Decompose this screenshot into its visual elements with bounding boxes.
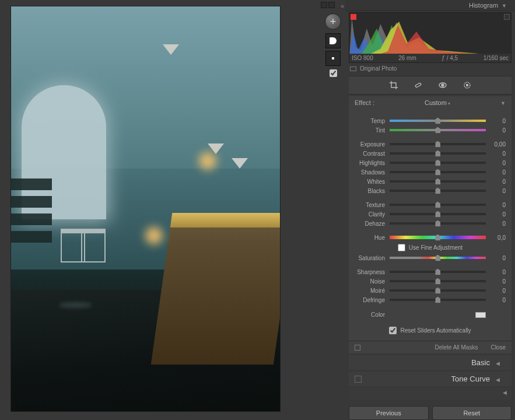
dehaze-value[interactable]: 0 [486,220,506,227]
exposure-slider[interactable] [390,143,486,145]
sliders-panel: Temp0 Tint0 Exposure0,00 Contrast0 Highl… [349,109,512,341]
mask-tool-tabs [349,76,512,94]
canvas-area [0,0,321,420]
moire-slider[interactable] [390,289,486,292]
collapse-toolstrip-button[interactable]: « [341,2,343,9]
basic-section-header[interactable]: Basic [349,355,512,370]
clarity-value[interactable]: 0 [486,211,506,218]
temp-value[interactable]: 0 [486,118,506,124]
original-photo-icon [350,66,356,71]
noise-value[interactable]: 0 [486,278,506,285]
histogram-aperture: ƒ / 4,5 [442,55,458,61]
exposure-value[interactable]: 0,00 [486,141,506,148]
sharpness-slider[interactable] [390,271,486,273]
highlights-value[interactable]: 0 [486,160,506,166]
texture-slider[interactable] [390,204,486,206]
sharpness-value[interactable]: 0 [486,269,506,275]
hue-slider[interactable] [390,236,486,239]
tint-value[interactable]: 0 [486,127,506,134]
original-photo-row[interactable]: Original Photo [345,63,515,74]
color-swatch[interactable] [475,312,486,318]
clarity-slider[interactable] [390,213,486,215]
whites-value[interactable]: 0 [486,178,506,185]
collapsed-section[interactable] [349,388,512,400]
original-photo-label: Original Photo [360,65,397,72]
svg-point-2 [442,84,444,86]
highlights-slider[interactable] [390,162,486,164]
reset-auto-checkbox[interactable] [389,327,397,334]
contrast-value[interactable]: 0 [486,150,506,157]
toolstrip: « + [321,0,345,420]
histogram-panel-header[interactable]: Histogram [345,0,515,11]
fine-adjust-label: Use Fine Adjustment [409,244,463,251]
texture-value[interactable]: 0 [486,202,506,208]
temp-slider[interactable] [390,120,486,122]
defringe-value[interactable]: 0 [486,297,506,303]
hue-value[interactable]: 0,0 [486,235,506,241]
mask-footer-icon[interactable] [355,345,360,351]
radial-tool-icon[interactable] [463,80,472,90]
redeye-tool-icon[interactable] [438,80,447,90]
effect-select[interactable]: Custom [425,99,450,106]
mask-visibility-checkbox[interactable] [330,69,337,77]
tint-slider[interactable] [390,129,486,131]
whites-slider[interactable] [390,180,486,183]
saturation-slider[interactable] [390,257,486,259]
mask-thumb-1[interactable] [325,33,341,48]
mask-thumb-2[interactable] [325,51,341,66]
histogram-title: Histogram [469,2,498,9]
fine-adjust-checkbox[interactable] [398,244,405,251]
close-masks-button[interactable]: Close [491,344,506,351]
defringe-slider[interactable] [390,299,486,301]
photo-preview[interactable] [10,6,281,412]
toolstrip-mini-button-1[interactable] [321,2,327,8]
effect-label: Effect : [355,99,374,106]
tone-curve-section-header[interactable]: Tone Curve [349,372,512,386]
contrast-slider[interactable] [390,152,486,155]
reset-auto-label: Reset Sliders Automatically [400,327,471,334]
noise-slider[interactable] [390,280,486,282]
dehaze-slider[interactable] [390,222,486,225]
shadows-slider[interactable] [390,171,486,173]
temp-slider-row: Temp0 [355,116,506,125]
effect-row: Effect : Custom [349,96,512,109]
add-mask-button[interactable]: + [325,13,341,30]
saturation-value[interactable]: 0 [486,255,506,261]
reset-button[interactable]: Reset [432,406,512,420]
histogram-chart[interactable] [349,13,511,54]
effect-panel-toggle[interactable] [500,99,506,106]
svg-rect-0 [415,83,421,88]
chevron-down-icon [502,2,507,9]
histogram-iso: ISO 800 [352,55,373,61]
histogram-box: ISO 800 26 mm ƒ / 4,5 1/160 sec [349,12,512,63]
blacks-value[interactable]: 0 [486,188,506,194]
right-panel: Histogram ISO 800 26 mm ƒ / 4,5 1/160 se… [345,0,515,420]
chevron-left-icon [496,374,500,383]
heal-tool-icon[interactable] [414,80,423,90]
toolstrip-mini-button-2[interactable] [328,2,335,8]
histogram-focal: 26 mm [398,55,416,61]
previous-button[interactable]: Previous [349,406,429,420]
histogram-shutter: 1/160 sec [484,55,509,61]
chevron-left-icon [496,358,500,367]
delete-all-masks-button[interactable]: Delete All Masks [435,344,478,351]
crop-tool-icon[interactable] [389,80,398,90]
svg-point-4 [466,85,468,86]
mask-footer: Delete All Masks Close [349,341,512,354]
tint-slider-row: Tint0 [355,125,506,135]
blacks-slider[interactable] [390,190,486,192]
shadows-value[interactable]: 0 [486,169,506,176]
moire-value[interactable]: 0 [486,288,506,294]
